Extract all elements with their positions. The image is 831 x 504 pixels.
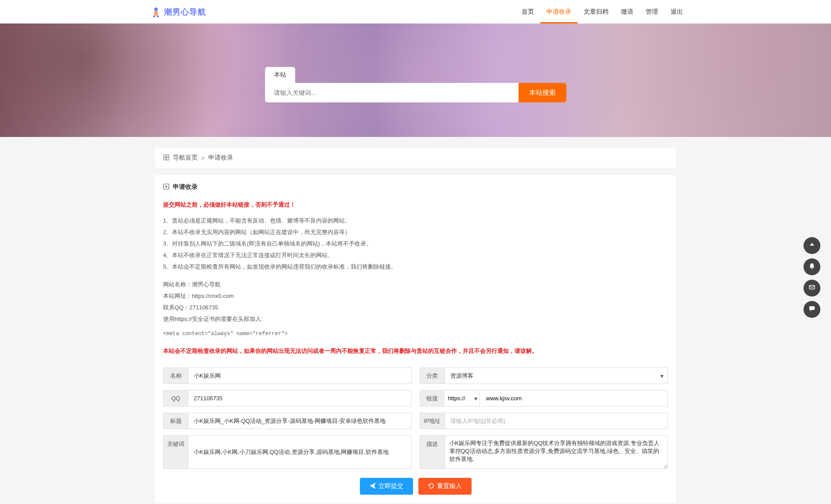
link-row: 链接 https:// [420,390,668,406]
link-input[interactable] [481,390,668,406]
bell-icon [809,263,815,271]
warning-2: 本站会不定期检查收录的网站，如果你的网站出现无法访问或者一周内不能恢复正常，我们… [163,345,668,357]
svg-rect-7 [167,158,169,160]
svg-rect-6 [164,158,166,160]
panel-title: 申请收录 [163,183,668,191]
submit-button[interactable]: 立即提交 [360,478,413,495]
ip-label: IP地址 [420,413,445,429]
title-label: 标题 [163,413,188,429]
link-protocol-select[interactable]: https:// [445,390,480,406]
qq-row: QQ [163,390,412,406]
logo-icon [151,7,161,17]
notification-button[interactable] [804,258,820,275]
search-tab-local[interactable]: 本站 [265,67,295,83]
warning-1: 提交网站之前，必须做好本站链接，否则不予通过！ [163,199,668,211]
ip-row: IP地址 [420,413,668,429]
svg-rect-11 [809,285,815,289]
breadcrumb-home[interactable]: 导航首页 [173,154,198,162]
keywords-label: 关键词 [163,435,188,469]
rule-5: 5、本站会不定期检查所有网站，如发现收录的网站违背我们的收录标准，我们将删除链接… [163,261,668,273]
rules: 提交网站之前，必须做好本站链接，否则不予通过！ 1、贵站必须是正规网站，不能含有… [163,199,668,357]
chat-button[interactable] [804,301,820,318]
rule-2: 2、本站不收录无实用内容的网站（如网站正在建设中，尚无完整内容等） [163,227,668,238]
title-row: 标题 [163,413,412,429]
nav-archive[interactable]: 文章归档 [577,0,615,23]
reset-button[interactable]: 重置输入 [418,478,472,495]
name-input[interactable] [188,367,412,384]
logo-text: 潮男心导航 [164,7,206,17]
float-buttons [804,237,820,318]
header: 潮男心导航 首页 申请收录 文章归档 微语 管理 退出 [0,0,831,23]
svg-rect-2 [153,16,155,17]
search-box: 本站 本站搜索 [265,67,566,102]
rule-3: 3、对挂靠别人网站下的二级域名(即没有自己单独域名的网站)，本站将不予收录。 [163,238,668,250]
button-row: 立即提交 重置输入 [163,478,668,495]
nav-manage[interactable]: 管理 [640,0,664,23]
keywords-row: 关键词 [163,435,412,469]
plus-icon [163,184,169,191]
breadcrumb-sep: » [201,154,205,161]
mail-button[interactable] [804,280,820,297]
category-select[interactable]: 资源博客 [445,367,668,384]
qq-label: QQ [163,390,188,406]
site-info-3: 联系QQ：271106735 [163,302,668,313]
link-label: 链接 [420,390,445,406]
mail-icon [809,284,815,292]
panel-title-text: 申请收录 [173,183,198,191]
chat-icon [809,305,815,313]
logo[interactable]: 潮男心导航 [151,7,206,17]
rule-1: 1、贵站必须是正规网站，不能含有反动、色情、赌博等不良内容的网站。 [163,215,668,227]
nav-logout[interactable]: 退出 [664,0,689,23]
category-label: 分类 [420,367,445,384]
arrow-up-icon [809,242,815,250]
nav-apply[interactable]: 申请收录 [540,0,577,23]
site-info-4: 使用https://安全证书的需要在头部加入: [163,313,668,325]
ip-input[interactable] [445,413,668,429]
nav-home[interactable]: 首页 [515,0,540,23]
site-info-2: 本站网址：https://cnx0.com [163,290,668,302]
svg-rect-5 [167,155,169,157]
banner: 本站 本站搜索 [0,23,831,137]
rule-4: 4、本站不收录在正常情况下无法正常连接或打开时间太长的网站。 [163,250,668,261]
breadcrumb-icon [163,154,169,162]
nav-micro[interactable]: 微语 [615,0,640,23]
site-info-1: 网站名称：潮男心导航 [163,279,668,290]
name-label: 名称 [163,367,188,384]
reset-label: 重置输入 [437,482,462,490]
search-button[interactable]: 本站搜索 [519,83,566,102]
svg-rect-3 [157,16,159,17]
desc-textarea[interactable] [445,435,668,469]
name-row: 名称 [163,367,412,384]
search-input[interactable] [265,83,519,102]
back-to-top-button[interactable] [804,237,820,254]
desc-row: 描述 [420,435,668,469]
send-icon [370,483,376,490]
svg-rect-4 [164,155,166,157]
meta-code: <meta content="always" name="referrer"> [163,328,668,339]
qq-input[interactable] [188,390,412,406]
category-row: 分类 资源博客 [420,367,668,384]
nav: 首页 申请收录 文章归档 微语 管理 退出 [515,0,689,23]
submit-label: 立即提交 [378,482,403,490]
apply-panel: 申请收录 提交网站之前，必须做好本站链接，否则不予通过！ 1、贵站必须是正规网站… [155,175,676,503]
keywords-input[interactable] [188,435,412,469]
desc-label: 描述 [420,435,445,469]
breadcrumb: 导航首页 » 申请收录 [155,148,676,168]
svg-point-0 [154,8,158,11]
title-input[interactable] [188,413,412,429]
refresh-icon [428,483,434,490]
breadcrumb-current: 申请收录 [208,154,233,162]
svg-rect-1 [154,11,158,16]
apply-form: 名称 分类 资源博客 QQ 链接 https:// [163,367,668,469]
